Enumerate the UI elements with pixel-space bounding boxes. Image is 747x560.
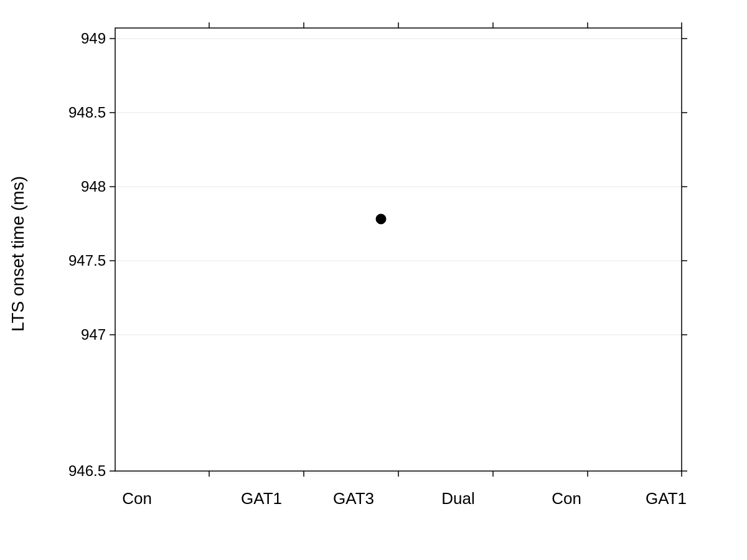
y-label-947: 947 <box>81 326 106 343</box>
x-label-con1: Con <box>122 489 152 508</box>
y-axis-label: LTS onset time (ms) <box>8 176 27 332</box>
x-label-con2: Con <box>552 489 581 508</box>
y-label-9485: 948.5 <box>68 104 106 121</box>
x-label-dual: Dual <box>441 489 474 508</box>
y-label-949: 949 <box>81 30 106 47</box>
y-label-9465: 946.5 <box>68 462 106 479</box>
x-label-gat1-1: GAT1 <box>241 489 282 508</box>
y-label-9475: 947.5 <box>68 252 106 269</box>
chart-container: LTS onset time (ms) 949 948.5 948 947.5 … <box>0 0 747 560</box>
chart-svg: LTS onset time (ms) 949 948.5 948 947.5 … <box>0 0 747 560</box>
plot-background <box>115 28 682 473</box>
data-point-gat3 <box>376 214 386 224</box>
y-label-948: 948 <box>81 178 106 195</box>
x-label-gat3: GAT3 <box>333 489 374 508</box>
x-label-gat1-2: GAT1 <box>646 489 687 508</box>
